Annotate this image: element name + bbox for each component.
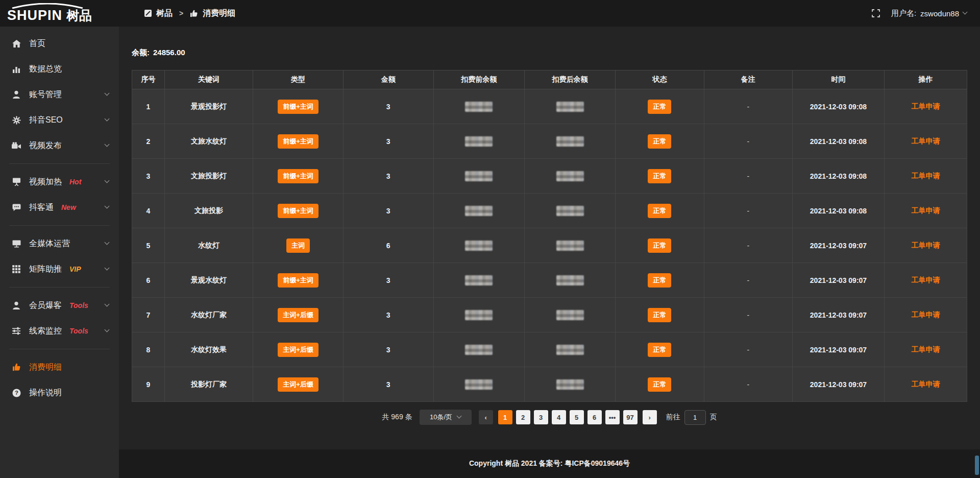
col-action: 操作 — [884, 70, 967, 89]
remark-cell: - — [704, 124, 792, 159]
main-content: 余额: 24856.00 序号 关键词 类型 金额 扣费前余额 扣费后余额 状态… — [119, 27, 980, 449]
col-index: 序号 — [132, 70, 165, 89]
work-order-link[interactable]: 工单申请 — [911, 276, 940, 284]
censored-balance-before — [465, 345, 493, 355]
work-order-link[interactable]: 工单申请 — [911, 137, 940, 145]
sidebar-divider — [9, 163, 110, 164]
remark-cell: - — [704, 228, 792, 263]
page-buttons: 123456•••97 — [498, 410, 638, 424]
table-body: 1景观投影灯前缀+主词3正常-2021-12-03 09:08工单申请2文旅水纹… — [132, 89, 967, 402]
col-balance-before: 扣费前余额 — [433, 70, 524, 89]
censored-balance-after — [556, 310, 584, 320]
balance-after-cell — [524, 298, 615, 332]
page-size-select[interactable]: 10条/页 — [420, 410, 472, 425]
sidebar-item-matrix-boost[interactable]: 矩阵助推 VIP — [0, 256, 119, 282]
chevron-down-icon — [105, 327, 110, 332]
work-order-link[interactable]: 工单申请 — [911, 206, 940, 214]
keyword-cell: 文旅投影灯 — [164, 159, 253, 194]
col-balance-after: 扣费后余额 — [524, 70, 615, 89]
type-cell: 前缀+主词 — [253, 263, 344, 298]
censored-balance-before — [465, 275, 493, 285]
sidebar-item-video-publish[interactable]: 视频发布 — [0, 133, 119, 158]
sidebar-divider — [9, 349, 110, 349]
type-badge: 主词+后缀 — [278, 377, 318, 392]
status-badge: 正常 — [648, 238, 671, 253]
balance-before-cell — [433, 263, 524, 298]
sidebar-item-label: 账号管理 — [29, 89, 62, 100]
row-index-cell: 8 — [132, 332, 165, 367]
sidebar-item-video-heat[interactable]: 视频加热 Hot — [0, 169, 119, 195]
breadcrumb-current[interactable]: 消费明细 — [203, 8, 235, 19]
type-badge: 前缀+主词 — [278, 273, 318, 288]
sidebar-item-clue-monitor[interactable]: 线索监控 Tools — [0, 318, 119, 344]
sidebar-item-home[interactable]: 首页 — [0, 31, 119, 56]
user-menu[interactable]: 用户名: zswodun88 — [891, 9, 967, 18]
row-index-cell: 9 — [132, 367, 165, 402]
action-cell: 工单申请 — [884, 124, 967, 159]
scrollbar-thumb[interactable] — [975, 456, 979, 475]
page-button-1[interactable]: 1 — [498, 410, 512, 424]
sidebar-item-data-overview[interactable]: 数据总览 — [0, 56, 119, 82]
topbar-right: 用户名: zswodun88 — [872, 9, 980, 18]
work-order-link[interactable]: 工单申请 — [911, 345, 940, 353]
goto-label: 前往 — [666, 413, 680, 422]
page-button-2[interactable]: 2 — [516, 410, 530, 424]
sidebar-item-consume-detail[interactable]: 消费明细 — [0, 354, 119, 380]
sidebar-item-instructions[interactable]: ? 操作说明 — [0, 380, 119, 405]
logo-text-en: SHUPIN — [7, 8, 62, 23]
top-header: SHUPIN 树品 树品 > 消费明细 用户名: zswodun88 — [0, 0, 980, 27]
chevron-down-icon — [105, 142, 110, 147]
work-order-link[interactable]: 工单申请 — [911, 310, 940, 319]
total-count: 共 969 条 — [382, 413, 412, 422]
fullscreen-icon[interactable] — [872, 9, 880, 17]
table-row: 5水纹灯主词6正常-2021-12-03 09:07工单申请 — [132, 228, 967, 263]
sidebar-divider — [9, 287, 110, 288]
type-badge: 主词+后缀 — [278, 308, 318, 322]
next-page-button[interactable]: › — [643, 410, 657, 424]
pagination-bar: 共 969 条 10条/页 ‹ 123456•••97 › 前往 页 — [132, 410, 967, 425]
page-ellipsis-button[interactable]: ••• — [605, 410, 620, 424]
remark-cell: - — [704, 159, 792, 194]
time-cell: 2021-12-03 09:07 — [793, 298, 885, 332]
table-row: 1景观投影灯前缀+主词3正常-2021-12-03 09:08工单申请 — [132, 89, 967, 124]
page-button-97[interactable]: 97 — [623, 410, 638, 424]
chevron-down-icon — [105, 204, 110, 209]
goto-page-input[interactable] — [684, 410, 706, 425]
breadcrumb-home[interactable]: 树品 — [156, 8, 173, 19]
col-keyword: 关键词 — [164, 70, 253, 89]
logo[interactable]: SHUPIN 树品 — [0, 3, 119, 24]
balance-label: 余额: — [132, 48, 150, 58]
row-index-cell: 6 — [132, 263, 165, 298]
page-button-6[interactable]: 6 — [587, 410, 602, 424]
sidebar-item-douyin-seo[interactable]: 抖音SEO — [0, 107, 119, 133]
type-cell: 前缀+主词 — [253, 159, 344, 194]
work-order-link[interactable]: 工单申请 — [911, 241, 940, 249]
tools-badge: Tools — [69, 327, 88, 335]
status-cell: 正常 — [616, 298, 704, 332]
action-cell: 工单申请 — [884, 263, 967, 298]
prev-page-button[interactable]: ‹ — [479, 410, 493, 424]
keyword-cell: 文旅投影 — [164, 194, 253, 228]
type-cell: 前缀+主词 — [253, 124, 344, 159]
sidebar-item-member-baoke[interactable]: 会员爆客 Tools — [0, 293, 119, 318]
censored-balance-after — [556, 241, 584, 251]
footer: Copyright 树品 2021 备案号: 粤ICP备09019646号 — [119, 449, 980, 478]
censored-balance-before — [465, 136, 493, 147]
balance-before-cell — [433, 159, 524, 194]
time-cell: 2021-12-03 09:08 — [793, 124, 885, 159]
col-type: 类型 — [253, 70, 344, 89]
page-button-5[interactable]: 5 — [570, 410, 584, 424]
sidebar-item-account[interactable]: 账号管理 — [0, 82, 119, 107]
action-cell: 工单申请 — [884, 89, 967, 124]
sidebar-item-media-ops[interactable]: 全媒体运营 — [0, 231, 119, 256]
work-order-link[interactable]: 工单申请 — [911, 102, 940, 110]
chevron-down-icon — [105, 116, 110, 122]
app-icon — [144, 10, 152, 17]
page-button-3[interactable]: 3 — [534, 410, 548, 424]
sidebar-item-douketong[interactable]: 抖客通 New — [0, 195, 119, 220]
row-index-cell: 2 — [132, 124, 165, 159]
work-order-link[interactable]: 工单申请 — [911, 380, 940, 388]
status-badge: 正常 — [648, 100, 671, 114]
page-button-4[interactable]: 4 — [552, 410, 566, 424]
work-order-link[interactable]: 工单申请 — [911, 172, 940, 180]
